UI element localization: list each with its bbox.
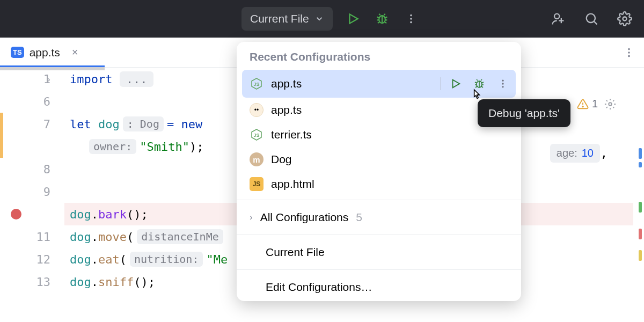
svg-point-13 <box>410 21 412 24</box>
separator <box>237 269 521 270</box>
code-text: ( <box>127 230 134 244</box>
config-item-dog[interactable]: m Dog <box>237 147 521 172</box>
config-label: app.html <box>271 178 314 191</box>
run-config-more-icon[interactable] <box>494 75 511 92</box>
code-text: (); <box>134 275 155 289</box>
svg-line-8 <box>384 22 386 23</box>
chevron-right-icon: › <box>250 212 253 223</box>
svg-line-35 <box>475 86 477 87</box>
code-text: ); <box>189 140 204 153</box>
line-number: 9 <box>43 185 50 199</box>
stripe-marker[interactable] <box>639 148 642 159</box>
separator <box>237 235 521 235</box>
editor-more-icon[interactable] <box>620 44 638 61</box>
param-hint: owner: <box>89 139 136 154</box>
tab-label: app.ts <box>30 46 60 59</box>
code-text: . <box>91 208 98 221</box>
settings-icon[interactable] <box>616 10 633 27</box>
folded-region[interactable]: ... <box>120 71 154 87</box>
config-item-terrier[interactable]: JS terrier.ts <box>237 122 521 147</box>
run-config-run-icon[interactable] <box>447 75 464 92</box>
type-hint: : Dog <box>123 116 164 131</box>
line-number: 12 <box>36 253 51 266</box>
svg-line-36 <box>481 86 483 87</box>
debug-button[interactable] <box>374 10 391 27</box>
tooltip-text: Debug 'app.ts' <box>488 107 560 119</box>
error-stripe[interactable] <box>636 68 644 322</box>
close-tab-icon[interactable]: × <box>72 46 78 58</box>
run-button[interactable] <box>345 10 362 27</box>
line-number: 13 <box>36 275 51 289</box>
stripe-marker[interactable] <box>639 229 642 239</box>
svg-point-21 <box>628 52 630 54</box>
code-text: let <box>70 118 91 131</box>
code-text: sniff <box>98 275 134 289</box>
search-icon[interactable] <box>583 10 600 27</box>
code-text: dog <box>70 253 91 266</box>
svg-line-38 <box>481 79 482 80</box>
nodejs-icon: JS <box>250 77 264 91</box>
svg-line-10 <box>384 14 385 15</box>
bun-icon: •• <box>250 103 264 117</box>
more-actions-icon[interactable] <box>402 10 420 27</box>
svg-point-17 <box>587 14 595 23</box>
tab-app-ts[interactable]: TS app.ts × <box>0 38 87 67</box>
code-text: . <box>91 253 98 266</box>
code-text: dog <box>98 118 120 131</box>
run-config-label: Current File <box>250 12 309 25</box>
svg-point-19 <box>623 17 627 21</box>
code-text: . <box>91 275 98 289</box>
svg-point-39 <box>502 80 503 82</box>
svg-line-18 <box>594 21 597 25</box>
main-toolbar: Current File <box>0 0 644 38</box>
param-hint: nutrition: <box>130 252 203 267</box>
config-label: app.ts <box>271 104 302 116</box>
code-text: "Smith" <box>140 140 189 153</box>
svg-point-20 <box>628 48 630 50</box>
line-number: 11 <box>36 230 51 244</box>
inline-hint-chip: age: 10 <box>550 144 600 163</box>
code-text: move <box>98 230 127 244</box>
line-number: 8 <box>43 163 50 176</box>
code-text: dog <box>70 230 91 244</box>
config-label: app.ts <box>271 77 302 90</box>
code-text: (); <box>127 208 148 221</box>
code-text: dog <box>70 275 91 289</box>
code-text: . <box>91 230 98 244</box>
all-config-label: All Configurations <box>260 211 349 224</box>
svg-point-11 <box>410 14 412 17</box>
svg-line-7 <box>378 22 380 23</box>
stripe-marker[interactable] <box>639 250 642 261</box>
current-file-label: Current File <box>266 246 325 259</box>
code-text: eat <box>98 253 120 266</box>
all-configurations[interactable]: › All Configurations 5 <box>237 203 521 231</box>
line-number: 7 <box>43 118 50 131</box>
svg-point-22 <box>628 55 630 57</box>
divider <box>440 77 441 90</box>
code-text: import <box>70 72 112 86</box>
svg-point-40 <box>502 83 503 84</box>
tooltip: Debug 'app.ts' <box>478 99 570 127</box>
config-label: terrier.ts <box>271 128 312 141</box>
run-config-selector[interactable]: Current File <box>241 7 333 31</box>
svg-line-37 <box>477 79 478 80</box>
stripe-marker[interactable] <box>639 162 642 167</box>
edit-config-label: Edit Configurations… <box>266 281 372 294</box>
edit-configurations[interactable]: Edit Configurations… <box>237 273 521 301</box>
code-text: dog <box>70 208 91 221</box>
fold-icon[interactable]: › <box>46 74 52 85</box>
mocha-icon: m <box>250 152 264 166</box>
hint-value: 10 <box>582 147 594 159</box>
code-text: bark <box>98 208 127 221</box>
stripe-marker[interactable] <box>639 202 642 213</box>
param-hint: distanceInMe <box>137 229 223 244</box>
current-file-option[interactable]: Current File <box>237 238 521 266</box>
code-text: ( <box>120 253 127 266</box>
run-config-popup: Recent Configurations JS app.ts <box>237 42 521 301</box>
code-with-me-icon[interactable] <box>550 10 567 27</box>
chevron-down-icon <box>314 14 324 24</box>
config-item-app-html[interactable]: JS app.html <box>237 172 521 196</box>
svg-point-41 <box>502 86 503 87</box>
breakpoint-icon[interactable] <box>11 209 21 219</box>
code-text: "Me <box>206 253 228 266</box>
